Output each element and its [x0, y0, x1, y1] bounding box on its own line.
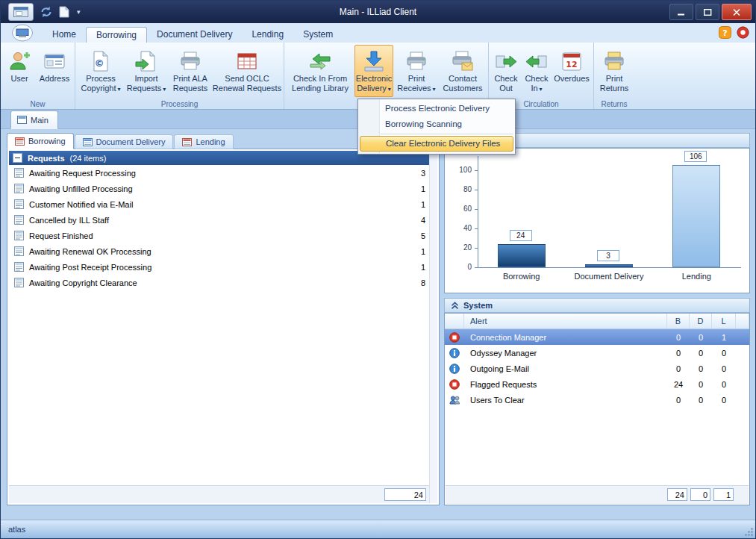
chart-ytick-label: 80 [445, 185, 472, 193]
bar-chart: 020406080100 24Borrowing3Document Delive… [444, 148, 750, 293]
send-oclc-renewal-button[interactable]: Send OCLC Renewal Requests [213, 45, 281, 97]
chart-category-label: Lending [653, 272, 740, 281]
add-user-icon [8, 49, 31, 74]
printer-returns-icon [603, 49, 625, 74]
request-row[interactable]: Request Finished 5 [9, 228, 429, 243]
alert-row-flagged-requests[interactable]: Flagged Requests 24 0 0 [445, 376, 749, 392]
exchange-arrows-icon [309, 49, 331, 74]
alert-row-outgoing-email[interactable]: Outgoing E-Mail 0 0 0 [445, 361, 749, 376]
quick-access-toolbar: ▾ [1, 3, 81, 21]
maximize-button[interactable] [696, 4, 719, 20]
address-button[interactable]: Address [37, 45, 72, 97]
chart-plot-area [478, 156, 741, 268]
alerts-total-b: 24 [667, 488, 687, 501]
group-label-returns: Returns [594, 100, 634, 108]
printer-icon [179, 49, 202, 74]
request-row[interactable]: Awaiting Copyright Clearance 8 [9, 275, 429, 290]
app-icon-button[interactable] [8, 3, 34, 21]
request-grid-icon [14, 278, 24, 287]
import-document-icon [135, 49, 157, 74]
chart-ytick-label: 40 [445, 224, 472, 232]
panel-tab-borrowing[interactable]: Borrowing [7, 133, 74, 149]
panel-tab-document-delivery[interactable]: Document Delivery [75, 134, 174, 149]
request-row[interactable]: Awaiting Renewal OK Processing 1 [9, 243, 429, 259]
info-icon [445, 345, 464, 361]
print-returns-button[interactable]: Print Returns [596, 45, 632, 97]
process-copyright-button[interactable]: © Process Copyright▾ [78, 45, 124, 97]
refresh-sync-icon[interactable] [40, 6, 53, 18]
print-ala-requests-button[interactable]: Print ALA Requests [169, 45, 212, 97]
vertical-scrollbar[interactable] [429, 151, 437, 503]
chart-category-label: Document Delivery [565, 272, 652, 281]
request-row[interactable]: Awaiting Unfilled Processing 1 [9, 181, 429, 196]
illiad-app-logo-icon[interactable] [11, 24, 34, 42]
minimize-button[interactable] [669, 4, 693, 20]
tab-lending[interactable]: Lending [242, 27, 293, 43]
check-in-arrow-icon [525, 49, 548, 74]
close-button[interactable] [722, 4, 752, 20]
ribbon-tab-strip: Home Borrowing Document Delivery Lending… [1, 23, 755, 43]
request-row[interactable]: Awaiting Request Processing 3 [9, 165, 429, 181]
tab-document-delivery[interactable]: Document Delivery [147, 27, 242, 43]
column-header-alert[interactable]: Alert [464, 314, 667, 328]
connection-status-icon[interactable] [737, 26, 749, 39]
panel-tab-lending[interactable]: Lending [174, 134, 233, 149]
dropdown-caret-icon: ▾ [161, 86, 166, 93]
main-window-icon [17, 115, 27, 125]
check-in-from-lending-button[interactable]: Check In From Lending Library [287, 45, 354, 97]
alert-row-users-to-clear[interactable]: Users To Clear 0 0 0 [445, 392, 749, 408]
help-icon[interactable]: ? [719, 26, 731, 39]
menu-separator [381, 134, 513, 134]
chart-ytick-label: 60 [445, 205, 472, 213]
electronic-delivery-button[interactable]: Electronic Delivery▾ [354, 45, 393, 97]
tab-main[interactable]: Main [10, 110, 58, 129]
resize-grip[interactable] [744, 527, 754, 537]
system-section-header[interactable]: System [444, 298, 750, 313]
contact-customers-button[interactable]: Contact Customers [440, 45, 486, 97]
column-header-d[interactable]: D [690, 314, 712, 328]
dropdown-caret-icon: ▾ [538, 86, 543, 93]
request-row[interactable]: Cancelled by ILL Staff 4 [9, 212, 429, 228]
qat-dropdown-caret-icon[interactable]: ▾ [75, 8, 81, 16]
ribbon-group-new: User Address New [1, 43, 75, 109]
system-alerts-panel: Alert B D L Connection Manager 0 0 1 Ody… [444, 313, 750, 505]
request-grid-icon [14, 262, 24, 272]
dropdown-caret-icon: ▾ [431, 86, 436, 93]
svg-text:12: 12 [566, 60, 577, 69]
dropdown-caret-icon: ▾ [116, 86, 121, 93]
tab-system[interactable]: System [293, 27, 343, 43]
app-window-icon [13, 7, 28, 17]
printer-icon [405, 49, 428, 74]
electronic-delivery-download-icon [363, 49, 385, 74]
contact-envelope-printer-icon [452, 49, 474, 74]
print-receives-button[interactable]: Print Receives▾ [394, 45, 439, 97]
alert-row-connection-manager[interactable]: Connection Manager 0 0 1 [445, 329, 749, 345]
status-username: atlas [8, 525, 25, 534]
new-document-icon[interactable] [59, 6, 69, 18]
collapse-minus-icon[interactable] [13, 153, 22, 163]
svg-text:©: © [95, 57, 104, 69]
ribbon-group-processing: © Process Copyright▾ Import Requests▾ [75, 43, 284, 109]
request-row[interactable]: Awaiting Post Receipt Processing 1 [9, 259, 429, 275]
overdues-button[interactable]: 12 Overdues [552, 45, 591, 97]
calendar-overdue-icon: 12 [560, 49, 583, 74]
menu-item-borrowing-scanning[interactable]: Borrowing Scanning [358, 116, 515, 132]
request-grid-icon [14, 231, 24, 240]
column-header-b[interactable]: B [667, 314, 690, 328]
import-requests-button[interactable]: Import Requests▾ [125, 45, 168, 97]
tab-home[interactable]: Home [43, 27, 86, 43]
check-in-button[interactable]: Check In▾ [522, 45, 552, 97]
user-button[interactable]: User [3, 45, 36, 97]
menu-item-process-electronic-delivery[interactable]: Process Electronic Delivery [358, 101, 515, 116]
ribbon-tabs: Home Borrowing Document Delivery Lending… [43, 26, 343, 43]
alert-row-odyssey-manager[interactable]: Odyssey Manager 0 0 0 [445, 345, 749, 361]
document-delivery-tab-icon [83, 137, 93, 147]
column-header-l[interactable]: L [712, 314, 736, 328]
chart-ytick-label: 100 [445, 166, 472, 174]
check-out-button[interactable]: Check Out [491, 45, 521, 97]
tab-borrowing[interactable]: Borrowing [86, 27, 147, 43]
request-row[interactable]: Customer Notified via E-Mail 1 [9, 196, 429, 212]
menu-item-clear-electronic-delivery-files[interactable]: Clear Electronic Delivery Files [360, 136, 513, 152]
window-controls [669, 4, 752, 20]
check-out-arrow-icon [495, 49, 517, 74]
